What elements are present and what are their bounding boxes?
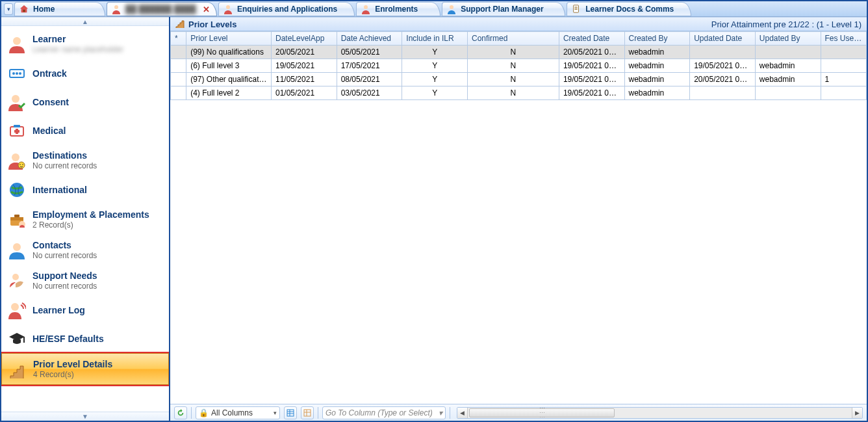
table-cell[interactable]: Y <box>402 86 468 100</box>
table-cell[interactable]: 17/05/2021 <box>337 59 402 73</box>
tab-enrolments[interactable]: Enrolments <box>356 2 440 16</box>
table-cell[interactable]: 05/05/2021 <box>337 46 402 59</box>
sidebar-scroll-up[interactable]: ▲ <box>1 17 169 26</box>
person-speak-icon <box>8 301 26 319</box>
sidebar-item-prior-level[interactable]: Prior Level Details 4 Record(s) <box>1 353 169 385</box>
col-handle[interactable]: * <box>171 32 186 46</box>
table-cell[interactable]: 01/05/2021 <box>272 86 337 100</box>
table-cell[interactable] <box>171 46 186 59</box>
scroll-left-button[interactable]: ◀ <box>457 408 468 418</box>
table-cell[interactable] <box>690 86 756 100</box>
table-cell[interactable] <box>821 59 867 73</box>
tab-learner-active[interactable]: ██ ██████ ████ ✕ <box>107 2 217 16</box>
scroll-right-button[interactable]: ▶ <box>852 408 862 418</box>
table-cell[interactable]: 20/05/2021 08:... <box>559 46 624 59</box>
svg-point-30 <box>11 303 19 311</box>
table-cell[interactable]: Y <box>402 59 468 73</box>
grid-settings-button[interactable] <box>301 406 314 419</box>
sidebar-item-employment[interactable]: Employment & Placements 2 Record(s) <box>1 204 169 235</box>
table-row[interactable]: (99) No qualifications20/05/202105/05/20… <box>171 46 867 59</box>
svg-rect-7 <box>575 8 578 8</box>
col-created-date[interactable]: Created Date <box>559 32 624 46</box>
table-cell[interactable]: webadmin <box>624 59 690 73</box>
sidebar-item-consent[interactable]: Consent <box>1 88 169 116</box>
table-cell[interactable] <box>755 86 821 100</box>
table-cell[interactable]: 20/05/2021 02:... <box>690 73 756 86</box>
tab-label: Support Plan Manager <box>461 5 543 14</box>
col-prior-level[interactable]: Prior Level <box>186 32 272 46</box>
table-cell[interactable]: webadmin <box>624 86 690 100</box>
table-cell[interactable]: Y <box>402 46 468 59</box>
col-date-achieved[interactable]: Date Achieved <box>337 32 402 46</box>
table-cell[interactable]: 19/05/2021 06:... <box>690 59 756 73</box>
graduation-cap-icon <box>8 330 26 348</box>
svg-point-22 <box>22 164 23 165</box>
sidebar-item-medical[interactable]: Medical <box>1 116 169 145</box>
medical-icon <box>8 122 26 140</box>
tab-enquiries[interactable]: Enquiries and Applications <box>218 2 355 16</box>
table-cell[interactable]: (6) Full level 3 <box>186 59 272 73</box>
table-cell[interactable]: N <box>467 59 559 73</box>
tab-home[interactable]: Home <box>14 2 105 16</box>
sidebar-item-learner[interactable]: Learner Learner name placeholder <box>1 29 169 59</box>
col-date-level-app[interactable]: DateLevelApp <box>272 32 337 46</box>
table-row[interactable]: (6) Full level 319/05/202117/05/2021YN19… <box>171 59 867 73</box>
sidebar-item-learner-log[interactable]: Learner Log <box>1 296 169 324</box>
table-cell[interactable]: webadmin <box>755 59 821 73</box>
table-cell[interactable]: 19/05/2021 07:... <box>559 73 624 86</box>
table-cell[interactable]: webadmin <box>624 46 690 59</box>
scrollbar-thumb[interactable] <box>469 408 615 417</box>
tab-support-plan[interactable]: Support Plan Manager <box>442 2 565 16</box>
horizontal-scrollbar[interactable]: ◀ ▶ <box>457 407 863 419</box>
table-cell[interactable]: webadmin <box>624 73 690 86</box>
table-cell[interactable]: N <box>467 86 559 100</box>
sidebar-item-contacts[interactable]: Contacts No current records <box>1 235 169 265</box>
table-cell[interactable] <box>755 46 821 59</box>
table-cell[interactable]: N <box>467 46 559 59</box>
sidebar-item-heesf[interactable]: HE/ESF Defaults <box>1 324 169 353</box>
col-created-by[interactable]: Created By <box>624 32 690 46</box>
col-include-ilr[interactable]: Include in ILR <box>402 32 468 46</box>
table-cell[interactable]: (4) Full level 2 <box>186 86 272 100</box>
table-cell[interactable] <box>690 46 756 59</box>
table-cell[interactable]: 19/05/2021 03:... <box>559 59 624 73</box>
sidebar-item-support-needs[interactable]: Support Needs No current records <box>1 265 169 296</box>
chevron-down-icon: ▾ <box>274 410 277 416</box>
refresh-button[interactable] <box>174 406 187 419</box>
tabbar-menu-button[interactable]: ▾ <box>4 3 13 15</box>
table-cell[interactable]: (99) No qualifications <box>186 46 272 59</box>
table-cell[interactable]: 19/05/2021 07:... <box>559 86 624 100</box>
table-cell[interactable]: 1 <box>821 73 867 86</box>
table-cell[interactable]: 11/05/2021 <box>272 73 337 86</box>
sidebar-item-ontrack[interactable]: Ontrack <box>1 59 169 88</box>
col-confirmed[interactable]: Confirmed <box>467 32 559 46</box>
table-cell[interactable]: 08/05/2021 <box>337 73 402 86</box>
table-cell[interactable] <box>821 46 867 59</box>
table-cell[interactable]: 20/05/2021 <box>272 46 337 59</box>
table-cell[interactable] <box>171 59 186 73</box>
col-fes-user-1[interactable]: Fes User 1 <box>821 32 867 46</box>
table-cell[interactable] <box>171 73 186 86</box>
table-cell[interactable]: N <box>467 73 559 86</box>
table-cell[interactable]: 03/05/2021 <box>337 86 402 100</box>
grid-view-button[interactable] <box>284 406 297 419</box>
tab-label: ██ ██████ ████ <box>125 5 196 14</box>
table-cell[interactable]: 19/05/2021 <box>272 59 337 73</box>
table-row[interactable]: (97) Other qualificati...11/05/202108/05… <box>171 73 867 86</box>
close-icon[interactable]: ✕ <box>203 5 210 14</box>
sidebar-item-destinations[interactable]: Destinations No current records <box>1 145 169 176</box>
col-updated-date[interactable]: Updated Date <box>690 32 756 46</box>
table-cell[interactable] <box>171 86 186 100</box>
table-row[interactable]: (4) Full level 201/05/202103/05/2021YN19… <box>171 86 867 100</box>
sidebar-item-international[interactable]: International <box>1 176 169 204</box>
svg-rect-6 <box>575 7 578 7</box>
tab-docs-comms[interactable]: Learner Docs & Comms <box>567 2 691 16</box>
table-cell[interactable] <box>821 86 867 100</box>
column-filter-select[interactable]: 🔒 All Columns ▾ <box>196 406 280 419</box>
sidebar-scroll-down[interactable]: ▼ <box>1 412 169 421</box>
table-cell[interactable]: (97) Other qualificati... <box>186 73 272 86</box>
table-cell[interactable]: webadmin <box>755 73 821 86</box>
col-updated-by[interactable]: Updated By <box>755 32 821 46</box>
table-cell[interactable]: Y <box>402 73 468 86</box>
goto-column-select[interactable]: Go To Column (Type or Select) ▾ <box>322 406 446 419</box>
